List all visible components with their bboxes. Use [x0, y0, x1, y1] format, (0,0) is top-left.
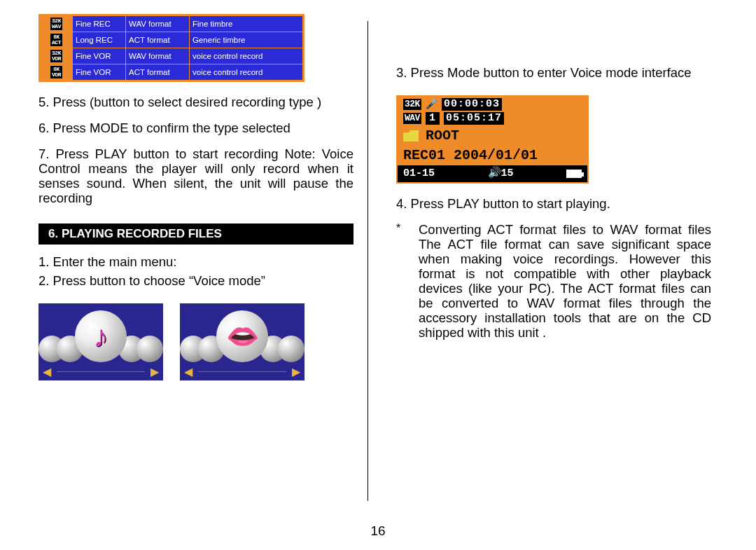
track-range: 01-15 [403, 167, 435, 180]
section-header: 6. PLAYING RECORDED FILES [38, 224, 354, 245]
battery-icon [566, 170, 582, 178]
play-step-1: 1. Enter the main menu: [38, 254, 354, 269]
note-marker: * [396, 222, 419, 340]
table-cell: Fine REC [73, 16, 125, 32]
recording-types-table: 32KWAV Fine REC WAV format Fine timbre 8… [38, 14, 304, 82]
step-3-text: 3. Press Mode button to enter Voice mode… [396, 65, 711, 80]
right-arrow-icon: ▶ [292, 365, 300, 378]
step-7-text: 7. Press PLAY button to start recording … [38, 146, 354, 205]
page-number: 16 [0, 523, 756, 539]
left-arrow-icon: ◀ [43, 365, 51, 378]
table-cell: WAV format [126, 16, 189, 32]
lips-icon: 👄 [216, 310, 268, 362]
menu-screenshots: ♪ ◀ ▶ 👄 ◀ ▶ [38, 303, 354, 380]
recording-filename: REC01 2004/01/01 [398, 146, 587, 165]
menu-music-screenshot: ♪ ◀ ▶ [38, 303, 163, 380]
step-4-text: 4. Press PLAY button to start playing. [396, 196, 711, 211]
left-arrow-icon: ◀ [184, 365, 192, 378]
right-arrow-icon: ▶ [150, 365, 159, 378]
folder-name: ROOT [426, 128, 459, 144]
menu-voice-screenshot: 👄 ◀ ▶ [180, 303, 304, 380]
table-cell: Fine timbre [190, 16, 302, 32]
folder-icon [403, 130, 419, 142]
conversion-note: Converting ACT format files to WAV forma… [419, 222, 711, 340]
speaker-icon: 🔊 [488, 167, 501, 179]
voice-mode-screen: 32K 🎤 00:00:03 WAV 1 05:05:17 ROOT REC01… [396, 95, 589, 184]
step-5-text: 5. Press (button to select desired recor… [38, 95, 354, 109]
music-icon: ♪ [75, 310, 127, 362]
column-divider [368, 21, 368, 501]
play-step-2: 2. Press button to choose “Voice mode” [38, 273, 354, 288]
step-6-text: 6. Press MODE to confirm the type select… [38, 121, 354, 135]
